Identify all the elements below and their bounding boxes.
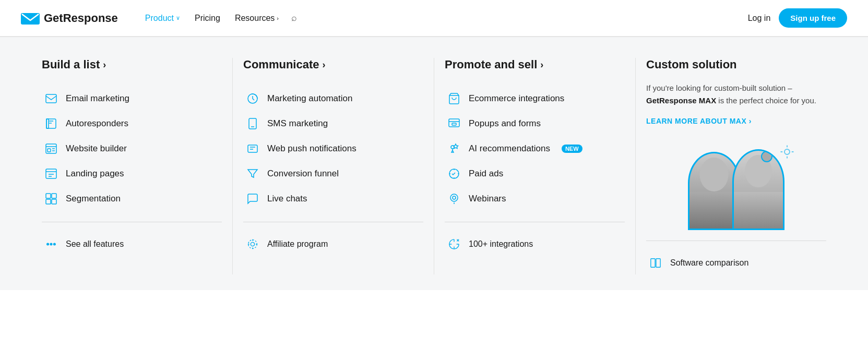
- product-chevron-icon: ∨: [176, 15, 180, 21]
- affiliate-program-item[interactable]: Affiliate program: [243, 233, 423, 256]
- promote-arrow-icon: ›: [540, 59, 543, 70]
- svg-rect-26: [651, 259, 655, 268]
- email-marketing-icon: [44, 91, 58, 106]
- communicate-arrow-icon: ›: [322, 59, 325, 70]
- paid-ads-icon: [447, 166, 461, 181]
- svg-point-12: [50, 243, 52, 245]
- nav-links: Product ∨ Pricing Resources › ⌕: [139, 9, 297, 27]
- svg-rect-1: [46, 94, 56, 103]
- signup-button[interactable]: Sign up free: [779, 8, 847, 28]
- ecommerce-integrations-icon: [447, 91, 461, 106]
- promote-and-sell-heading[interactable]: Promote and sell ›: [445, 58, 625, 71]
- website-builder-item[interactable]: Website builder: [42, 136, 222, 161]
- learn-more-max-link[interactable]: LEARN MORE ABOUT MAX ›: [646, 117, 752, 125]
- see-all-features-icon: [44, 237, 58, 251]
- conversion-funnel-item[interactable]: Conversion funnel: [243, 161, 423, 186]
- see-all-features-item[interactable]: See all features: [42, 233, 222, 256]
- nav-right: Log in Sign up free: [748, 8, 847, 28]
- svg-rect-20: [452, 123, 456, 125]
- email-marketing-item[interactable]: Email marketing: [42, 86, 222, 111]
- popups-and-forms-item[interactable]: Popups and forms: [445, 111, 625, 136]
- decorative-icon: [779, 144, 795, 162]
- website-builder-icon: [44, 141, 58, 156]
- svg-rect-7: [46, 194, 51, 198]
- svg-rect-2: [46, 119, 56, 128]
- svg-point-24: [450, 194, 458, 201]
- resources-chevron-icon: ›: [277, 15, 279, 21]
- nav-product[interactable]: Product ∨: [139, 9, 186, 27]
- marketing-automation-icon: [245, 91, 260, 106]
- live-chats-icon: [245, 191, 260, 206]
- marketing-automation-item[interactable]: Marketing automation: [243, 86, 423, 111]
- login-button[interactable]: Log in: [748, 14, 771, 23]
- svg-point-13: [54, 243, 56, 245]
- segmentation-item[interactable]: Segmentation: [42, 186, 222, 211]
- communicate-column: Communicate › Marketing automation SMS m…: [233, 58, 434, 274]
- svg-point-18: [248, 240, 257, 249]
- promote-and-sell-column: Promote and sell › Ecommerce integration…: [434, 58, 636, 274]
- landing-pages-icon: [44, 166, 58, 181]
- landing-pages-item[interactable]: Landing pages: [42, 161, 222, 186]
- nav-pricing[interactable]: Pricing: [188, 9, 227, 27]
- live-chats-item[interactable]: Live chats: [243, 186, 423, 211]
- webinars-item[interactable]: Webinars: [445, 186, 625, 211]
- search-icon[interactable]: ⌕: [291, 13, 297, 23]
- svg-rect-3: [46, 119, 49, 128]
- svg-point-25: [784, 149, 790, 154]
- webinars-icon: [447, 191, 461, 206]
- svg-rect-15: [249, 118, 256, 129]
- svg-rect-5: [47, 149, 51, 152]
- paid-ads-item[interactable]: Paid ads: [445, 161, 625, 186]
- svg-rect-16: [248, 145, 257, 152]
- build-a-list-column: Build a list › Email marketing Autorespo…: [31, 58, 233, 274]
- ai-recommendations-item[interactable]: AI recommendations NEW: [445, 136, 625, 161]
- integrations-item[interactable]: 100+ integrations: [445, 233, 625, 256]
- autoresponders-item[interactable]: Autoresponders: [42, 111, 222, 136]
- svg-rect-27: [656, 259, 660, 268]
- web-push-notifications-item[interactable]: Web push notifications: [243, 136, 423, 161]
- segmentation-icon: [44, 191, 58, 206]
- svg-rect-10: [52, 199, 56, 204]
- custom-solution-heading: Custom solution: [646, 58, 826, 71]
- navbar: GetResponse Product ∨ Pricing Resources …: [0, 0, 868, 37]
- new-badge: NEW: [562, 145, 582, 153]
- integrations-icon: [447, 237, 461, 251]
- svg-point-17: [251, 242, 254, 246]
- sms-marketing-icon: [245, 116, 260, 131]
- autoresponders-icon: [44, 116, 58, 131]
- software-comparison-icon: [648, 256, 663, 270]
- svg-point-23: [453, 196, 456, 199]
- svg-rect-6: [46, 169, 56, 178]
- web-push-notifications-icon: [245, 141, 260, 156]
- ecommerce-integrations-item[interactable]: Ecommerce integrations: [445, 86, 625, 111]
- conversion-funnel-icon: [245, 166, 260, 181]
- build-list-arrow-icon: ›: [103, 59, 106, 70]
- logo[interactable]: GetResponse: [21, 11, 118, 26]
- logo-text: GetResponse: [44, 11, 118, 25]
- product-dropdown: Build a list › Email marketing Autorespo…: [0, 37, 868, 290]
- svg-point-11: [47, 243, 49, 245]
- nav-resources[interactable]: Resources ›: [229, 9, 285, 27]
- affiliate-program-icon: [245, 237, 260, 251]
- build-a-list-heading[interactable]: Build a list ›: [42, 58, 222, 71]
- custom-solution-column: Custom solution If you're looking for cu…: [636, 58, 837, 274]
- svg-rect-8: [52, 194, 56, 198]
- custom-solution-description: If you're looking for custom-built solut…: [646, 82, 826, 107]
- sms-marketing-item[interactable]: SMS marketing: [243, 111, 423, 136]
- software-comparison-item[interactable]: Software comparison: [646, 251, 826, 274]
- communicate-heading[interactable]: Communicate ›: [243, 58, 423, 71]
- popups-and-forms-icon: [447, 116, 461, 131]
- ai-recommendations-icon: [447, 141, 461, 156]
- custom-solution-image: [646, 136, 826, 230]
- svg-rect-9: [46, 199, 51, 204]
